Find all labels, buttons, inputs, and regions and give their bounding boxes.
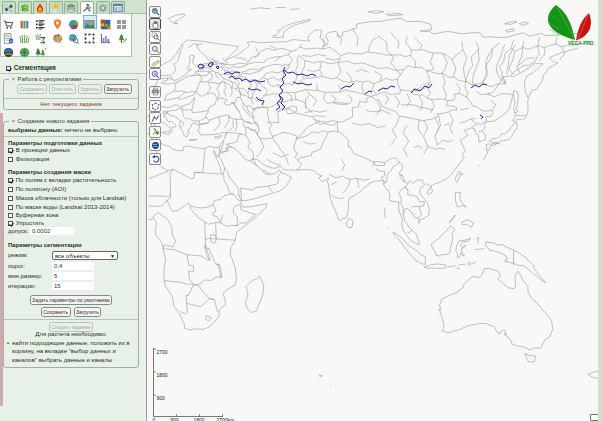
svg-text:1800: 1800	[157, 372, 168, 378]
svg-text:900: 900	[157, 395, 166, 401]
svg-text:2700: 2700	[157, 349, 168, 355]
svg-text:VEGA-PRO: VEGA-PRO	[568, 41, 594, 46]
svg-text:0: 0	[153, 417, 156, 421]
svg-text:900: 900	[171, 417, 180, 421]
svg-text:2700km: 2700km	[217, 417, 235, 421]
svg-text:1800: 1800	[194, 417, 205, 421]
